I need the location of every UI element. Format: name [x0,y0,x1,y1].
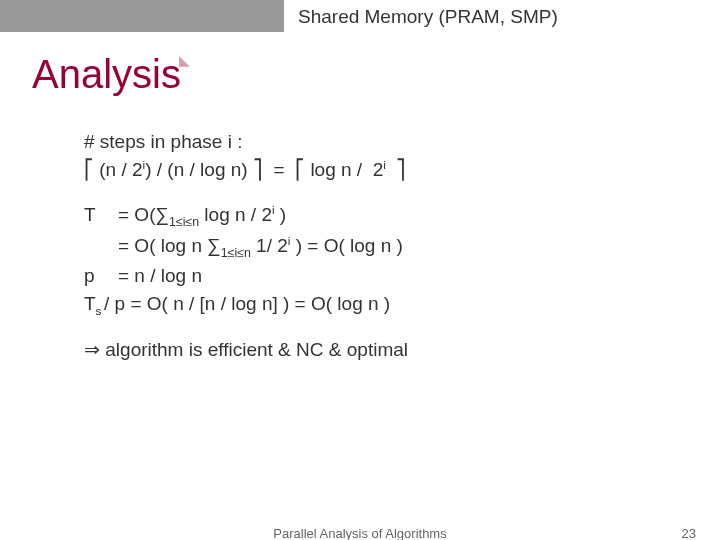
complexity-block: T = O(∑1≤i≤n log n / 2i ) = O( log n ∑1≤… [84,201,680,317]
header-accent-bar [0,0,284,32]
Ts-s: s [96,304,102,317]
slide-title: Analysis◣ [32,52,190,97]
t1-post: log n / 2i ) [199,204,286,225]
p-label: p [84,262,118,290]
t1-pre: = O(∑ [118,204,169,225]
T-eq-line2: = O( log n ∑1≤i≤n 1/ 2i ) = O( log n ) [118,232,403,263]
ts-eq-text: / p = O( n / [n / log n] ) = O( log n ) [104,293,390,314]
T-label: T [84,201,118,229]
implies-icon: ⇒ [84,339,100,360]
p-equation: = n / log n [118,262,202,290]
header-section-label: Shared Memory (PRAM, SMP) [298,6,558,28]
footer-page-number: 23 [682,526,696,540]
t2-pre: = O( log n ∑ [118,235,221,256]
conclusion-line: ⇒ algorithm is efficient & NC & optimal [84,336,680,364]
footer-center-text: Parallel Analysis of Algorithms [0,526,720,540]
T-equations: = O(∑1≤i≤n log n / 2i ) = O( log n ∑1≤i≤… [118,201,403,262]
Ts-equation: / p = O( n / [n / log n] ) = O( log n ) [104,290,390,318]
Ts-T: T [84,293,96,314]
t2-post: 1/ 2i ) = O( log n ) [251,235,403,256]
title-corner-decoration: ◣ [179,52,190,68]
slide-body: # steps in phase i : ⎡ (n / 2i) / (n / l… [84,128,680,363]
t1-sub: 1≤i≤n [169,215,199,229]
phase-intro-line: # steps in phase i : [84,128,680,156]
T-eq-line1: = O(∑1≤i≤n log n / 2i ) [118,201,403,232]
conclusion-text: algorithm is efficient & NC & optimal [105,339,408,360]
phase-equation: ⎡ (n / 2i) / (n / log n) ⎤ = ⎡ log n / 2… [84,156,680,184]
title-text: Analysis [32,52,181,96]
t2-sub: 1≤i≤n [221,246,251,260]
